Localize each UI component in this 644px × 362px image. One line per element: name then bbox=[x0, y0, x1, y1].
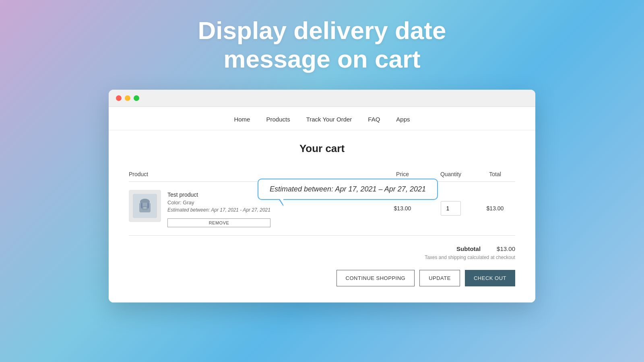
cart-item-row: Estimated between: Apr 17, 2021 – Apr 27… bbox=[129, 182, 515, 236]
cart-content: Your cart Product Price Quantity Total E… bbox=[109, 130, 535, 302]
product-image bbox=[129, 190, 161, 222]
page-title: Display delivery date message on cart bbox=[198, 16, 446, 74]
browser-window: Home Products Track Your Order FAQ Apps … bbox=[109, 90, 535, 302]
browser-body: Home Products Track Your Order FAQ Apps … bbox=[109, 107, 535, 302]
product-image-svg bbox=[133, 194, 157, 218]
qty-cell bbox=[427, 201, 475, 216]
update-button[interactable]: UPDATE bbox=[419, 270, 460, 286]
subtotal-row: Subtotal $13.00 bbox=[456, 245, 515, 252]
product-estimated: Estimated between: Apr 17, 2021 - Apr 27… bbox=[167, 207, 270, 213]
browser-chrome bbox=[109, 90, 535, 107]
total-cell: $13.00 bbox=[475, 205, 515, 212]
nav-track[interactable]: Track Your Order bbox=[306, 116, 352, 123]
window-minimize-dot[interactable] bbox=[125, 95, 130, 101]
col-header-price: Price bbox=[378, 171, 427, 177]
col-header-total: Total bbox=[475, 171, 515, 177]
col-header-quantity: Quantity bbox=[427, 171, 475, 177]
product-color: Color: Gray bbox=[167, 200, 270, 206]
nav-apps[interactable]: Apps bbox=[396, 116, 410, 123]
nav-home[interactable]: Home bbox=[234, 116, 250, 123]
svg-rect-4 bbox=[143, 208, 147, 208]
remove-button[interactable]: REMOVE bbox=[167, 218, 270, 227]
product-name: Test product bbox=[167, 191, 270, 198]
svg-rect-6 bbox=[147, 203, 149, 208]
product-info: Test product Color: Gray Estimated betwe… bbox=[167, 190, 270, 227]
nav-bar: Home Products Track Your Order FAQ Apps bbox=[109, 107, 535, 130]
window-maximize-dot[interactable] bbox=[134, 95, 139, 101]
nav-faq[interactable]: FAQ bbox=[368, 116, 380, 123]
subtotal-value: $13.00 bbox=[497, 245, 515, 252]
quantity-input[interactable] bbox=[441, 201, 461, 216]
nav-products[interactable]: Products bbox=[266, 116, 290, 123]
cart-summary: Subtotal $13.00 Taxes and shipping calcu… bbox=[129, 236, 515, 286]
cart-actions: CONTINUE SHOPPING UPDATE CHECK OUT bbox=[336, 270, 515, 286]
delivery-tooltip: Estimated between: Apr 17, 2021 – Apr 27… bbox=[258, 179, 438, 200]
subtotal-label: Subtotal bbox=[456, 245, 481, 252]
price-cell: $13.00 bbox=[378, 205, 427, 212]
checkout-button[interactable]: CHECK OUT bbox=[465, 270, 515, 286]
cart-title: Your cart bbox=[129, 142, 515, 155]
window-close-dot[interactable] bbox=[116, 95, 122, 101]
continue-shopping-button[interactable]: CONTINUE SHOPPING bbox=[336, 270, 415, 286]
tax-note: Taxes and shipping calculated at checkou… bbox=[425, 255, 515, 260]
col-header-product: Product bbox=[129, 171, 378, 177]
svg-rect-5 bbox=[141, 203, 142, 208]
